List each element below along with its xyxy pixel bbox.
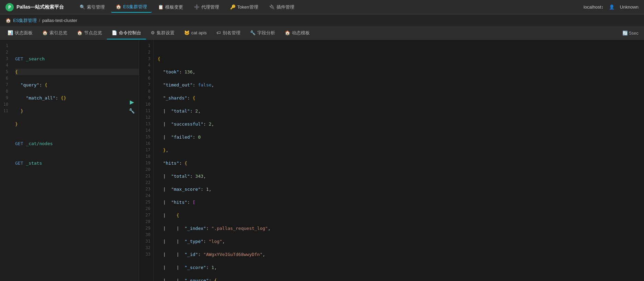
tab-index-overview[interactable]: 🏠 索引总览 bbox=[37, 27, 72, 39]
breadcrumb-bar: 🏠 ES集群管理 / pallas-test-cluster bbox=[0, 14, 644, 27]
cluster-icon: 🏠 bbox=[116, 4, 121, 9]
tab-cluster-settings[interactable]: ⚙ 集群设置 bbox=[146, 27, 179, 39]
tab-cat-apis[interactable]: 🐱 cat apis bbox=[179, 27, 212, 39]
tab-field-analysis[interactable]: 🔧 字段分析 bbox=[245, 27, 280, 39]
cat-apis-icon: 🐱 bbox=[184, 30, 190, 35]
status-panel-icon: 📊 bbox=[8, 30, 13, 35]
tab-alias-mgmt[interactable]: 🏷 别名管理 bbox=[212, 27, 245, 39]
output-panel: 1 2 3 4 5 6 7 8 9 10 11 12 13 14 15 16 1… bbox=[139, 40, 644, 281]
plugin-icon: 🔌 bbox=[269, 4, 275, 10]
output-line-numbers: 1 2 3 4 5 6 7 8 9 10 11 12 13 14 15 16 1… bbox=[139, 40, 154, 281]
editor-panel: 1 2 3⚠ 4 5 6 7 8 9 10 11 GET _search { "… bbox=[0, 40, 139, 281]
nav-index-mgmt[interactable]: 🔍 索引管理 bbox=[75, 2, 110, 12]
home-icon: 🏠 bbox=[5, 18, 11, 23]
token-icon: 🔑 bbox=[230, 4, 236, 10]
logo-icon: P bbox=[5, 3, 14, 11]
sub-nav: 📊 状态面板 🏠 索引总览 🏠 节点总览 📄 命令控制台 ⚙ 集群设置 🐱 ca… bbox=[0, 27, 644, 40]
host-label[interactable]: localhost↕ bbox=[584, 4, 603, 10]
index-overview-icon: 🏠 bbox=[42, 30, 48, 35]
nav-plugin-mgmt[interactable]: 🔌 插件管理 bbox=[264, 2, 299, 12]
breadcrumb-home[interactable]: ES集群管理 bbox=[13, 17, 37, 24]
breadcrumb-current: pallas-test-cluster bbox=[42, 18, 77, 23]
editor-lines[interactable]: 1 2 3⚠ 4 5 6 7 8 9 10 11 GET _search { "… bbox=[0, 40, 139, 281]
user-icon: 👤 bbox=[609, 4, 614, 10]
tab-node-overview[interactable]: 🏠 节点总览 bbox=[72, 27, 107, 39]
search-icon: 🔍 bbox=[80, 4, 85, 10]
top-nav: P Pallas—站式检索平台 🔍 索引管理 🏠 ES集群管理 📋 模板变更 ➕… bbox=[0, 0, 644, 14]
tab-status-panel[interactable]: 📊 状态面板 bbox=[3, 27, 37, 39]
nav-template-change[interactable]: 📋 模板变更 bbox=[153, 2, 188, 12]
command-console-icon: 📄 bbox=[112, 30, 117, 35]
nav-es-cluster-mgmt[interactable]: 🏠 ES集群管理 bbox=[111, 2, 151, 13]
refresh-interval: 5sec bbox=[629, 31, 639, 36]
cluster-settings-icon: ⚙ bbox=[151, 30, 155, 35]
dynamic-template-icon: 🏠 bbox=[285, 30, 290, 35]
run-button[interactable]: ▶ bbox=[127, 98, 136, 106]
run-buttons: ▶ 🔧 bbox=[127, 98, 136, 114]
tab-dynamic-template[interactable]: 🏠 动态模板 bbox=[280, 27, 315, 39]
app-title: Pallas—站式检索平台 bbox=[16, 4, 64, 10]
output-code: { "took": 136, "timed_out": false, "_sha… bbox=[154, 40, 644, 281]
tab-command-console[interactable]: 📄 命令控制台 bbox=[107, 27, 146, 39]
logo-area: P Pallas—站式检索平台 bbox=[5, 3, 64, 11]
editor-code[interactable]: GET _search { "query": { "match_all": {}… bbox=[12, 40, 139, 281]
alias-mgmt-icon: 🏷 bbox=[216, 30, 221, 35]
main-content: 1 2 3⚠ 4 5 6 7 8 9 10 11 GET _search { "… bbox=[0, 40, 644, 281]
nav-items: 🔍 索引管理 🏠 ES集群管理 📋 模板变更 ➕ 代理管理 🔑 Token管理 … bbox=[75, 2, 584, 13]
refresh-icon: 🔄 bbox=[622, 31, 628, 36]
proxy-icon: ➕ bbox=[194, 4, 200, 10]
refresh-indicator: 🔄 5sec bbox=[622, 27, 641, 39]
breadcrumb-separator: / bbox=[39, 18, 40, 23]
field-analysis-icon: 🔧 bbox=[250, 30, 256, 35]
node-overview-icon: 🏠 bbox=[77, 30, 82, 35]
editor-line-numbers: 1 2 3⚠ 4 5 6 7 8 9 10 11 bbox=[0, 40, 12, 281]
nav-token-mgmt[interactable]: 🔑 Token管理 bbox=[225, 2, 263, 12]
nav-right: localhost↕ 👤 Unknown bbox=[584, 4, 639, 10]
nav-proxy-mgmt[interactable]: ➕ 代理管理 bbox=[189, 2, 224, 12]
template-icon: 📋 bbox=[158, 4, 163, 10]
wrench-button[interactable]: 🔧 bbox=[127, 107, 136, 114]
user-label[interactable]: Unknown bbox=[620, 4, 639, 10]
